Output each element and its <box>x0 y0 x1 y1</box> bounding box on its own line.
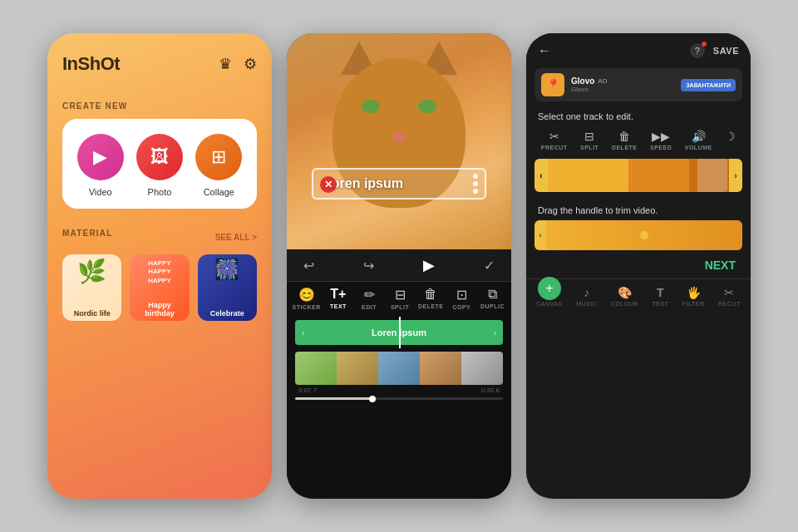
birthday-label: Happy birthday <box>130 298 189 321</box>
confirm-button[interactable]: ✓ <box>484 258 495 273</box>
ad-download-button[interactable]: ЗАВАНТАЖИТИ <box>681 79 736 91</box>
tool-delete2[interactable]: 🗑 DELETE <box>612 130 638 150</box>
volume-label: VOLUME <box>685 145 712 150</box>
split-icon: ⊟ <box>395 287 406 303</box>
material-nordic[interactable]: 🌿 Nordic life <box>62 254 121 321</box>
delete2-icon: 🗑 <box>618 130 630 143</box>
tool-split2[interactable]: ⊟ SPLIT <box>580 130 598 150</box>
close-overlay-button[interactable]: ✕ <box>320 176 337 193</box>
speed-icon: ▶▶ <box>652 130 670 143</box>
video-icon-circle: ▶ <box>77 134 124 180</box>
tool-sticker[interactable]: 😊 STICKER <box>293 287 321 310</box>
photo-icon: 🖼 <box>150 146 169 168</box>
see-all-button[interactable]: SEE ALL > <box>215 233 257 242</box>
main-video-track[interactable]: ‹ › <box>534 159 742 192</box>
crown-icon[interactable]: ♛ <box>219 55 232 73</box>
edit-label: EDIT <box>362 304 377 310</box>
create-photo-item[interactable]: 🖼 Photo <box>136 134 183 197</box>
sticker-icon: 😊 <box>298 287 315 303</box>
text-bottom-icon: T <box>657 286 664 299</box>
precut-icon: ✂ <box>549 130 559 143</box>
fab-add-button[interactable]: + <box>538 277 561 300</box>
track-handle-right[interactable]: › <box>729 159 742 192</box>
tool-copy[interactable]: ⊡ COPY <box>448 287 475 310</box>
progress-fill <box>295 397 372 400</box>
split2-icon: ⊟ <box>584 130 594 143</box>
tool-duplicate[interactable]: ⧉ DUPLIC <box>479 287 505 309</box>
track-thumbnail <box>697 159 727 192</box>
bt-music[interactable]: ♪ MUSIC <box>576 286 597 307</box>
filter-icon: 🖐 <box>687 286 701 299</box>
copy-icon: ⊡ <box>456 287 467 303</box>
text-overlay-box[interactable]: ✕ Loren ipsum <box>312 168 486 200</box>
trim-track[interactable]: ‹ <box>534 220 742 250</box>
ad-banner[interactable]: 📍 Glovo AD Glovo ЗАВАНТАЖИТИ <box>534 68 742 101</box>
photo-icon-circle: 🖼 <box>136 134 183 180</box>
text-icon: T+ <box>330 287 346 302</box>
video-strip <box>295 352 503 385</box>
edit-toolbar: 😊 STICKER T+ TEXT ✏ EDIT ⊟ SPLIT 🗑 DELET… <box>287 281 511 313</box>
tool-speed[interactable]: ▶▶ SPEED <box>650 130 672 150</box>
create-video-item[interactable]: ▶ Video <box>77 134 124 197</box>
create-collage-item[interactable]: ⊞ Collage <box>195 134 242 197</box>
track-handle-left[interactable]: ‹ <box>534 159 548 192</box>
precut-label: PRECUT <box>541 145 568 150</box>
tool-delete[interactable]: 🗑 DELETE <box>417 287 444 309</box>
tool-text[interactable]: T+ TEXT <box>325 287 352 309</box>
progress-handle[interactable] <box>369 396 376 402</box>
bt-filter[interactable]: 🖐 FILTER <box>682 286 705 307</box>
tool-volume[interactable]: 🔊 VOLUME <box>685 130 712 150</box>
timestamp-start: 0:07.7 <box>298 387 317 394</box>
tool-moon[interactable]: ☽ <box>725 130 736 150</box>
strip-frame-4 <box>420 352 461 385</box>
progress-bar[interactable] <box>295 397 503 400</box>
app-logo: InShOt <box>62 53 120 75</box>
split-label: SPLIT <box>391 304 409 310</box>
bt-recut[interactable]: ✂ RECUT <box>718 286 741 307</box>
back-button[interactable]: ← <box>538 43 551 58</box>
create-new-card: ▶ Video 🖼 Photo ⊞ Collage <box>62 119 257 209</box>
delete2-label: DELETE <box>612 145 638 150</box>
music-label: MUSIC <box>576 301 597 307</box>
undo-button[interactable]: ↩ <box>303 258 314 273</box>
settings-icon[interactable]: ⚙ <box>244 55 257 73</box>
redo-button[interactable]: ↪ <box>363 258 374 273</box>
track-frame-2 <box>628 159 689 192</box>
save-button[interactable]: SAVE <box>713 46 739 56</box>
phone-2: ✕ Loren ipsum ↩ ↪ ▶ ✓ 😊 STICKER <box>287 33 511 499</box>
sticker-label: STICKER <box>293 304 321 310</box>
material-celebrate[interactable]: 🎆 Celebrate <box>198 254 257 321</box>
ad-app-icon: 📍 <box>541 73 564 96</box>
play-button[interactable]: ▶ <box>423 256 435 274</box>
video-preview: ✕ Loren ipsum <box>287 33 511 249</box>
duplicate-icon: ⧉ <box>488 287 497 302</box>
strip-frame-2 <box>337 352 378 385</box>
phone-1: InShOt ♛ ⚙ CREATE NEW ▶ Video 🖼 Photo <box>47 33 272 499</box>
next-button[interactable]: NEXT <box>705 259 739 272</box>
trim-handle-left[interactable]: ‹ <box>534 220 546 250</box>
text-track[interactable]: ‹ Loren ipsum › <box>295 320 503 345</box>
canvas-label: CANVAS <box>536 301 562 307</box>
tool-edit[interactable]: ✏ EDIT <box>356 287 382 310</box>
edit-handle[interactable] <box>473 174 478 194</box>
copy-label: COPY <box>452 304 470 310</box>
phone3-bottom-wrap: 🎞 CANVAS ♪ MUSIC 🎨 COLOUR T TEXT 🖐 <box>526 278 751 312</box>
tool-precut[interactable]: ✂ PRECUT <box>541 130 568 150</box>
track-frame-1 <box>548 159 628 192</box>
recut-icon: ✂ <box>724 286 734 299</box>
trim-dot <box>640 231 648 239</box>
trim-content <box>546 220 742 250</box>
strip-frame-3 <box>378 352 420 385</box>
tool-split[interactable]: ⊟ SPLIT <box>387 287 413 310</box>
playhead <box>399 317 401 348</box>
volume-icon: 🔊 <box>692 130 706 143</box>
cat-nose <box>393 133 405 141</box>
bt-colour[interactable]: 🎨 COLOUR <box>611 286 638 307</box>
strip-frame-1 <box>295 352 337 385</box>
help-button[interactable]: ? <box>690 43 705 58</box>
material-birthday[interactable]: HAPPYHAPPYHAPPY Happy birthday <box>130 254 189 321</box>
timeline: ‹ Loren ipsum › 0:07.7 0:20.6 <box>287 313 511 499</box>
bt-text[interactable]: T TEXT <box>652 286 668 307</box>
playback-controls: ↩ ↪ ▶ ✓ <box>287 249 511 281</box>
duplicate-label: DUPLIC <box>480 303 505 309</box>
